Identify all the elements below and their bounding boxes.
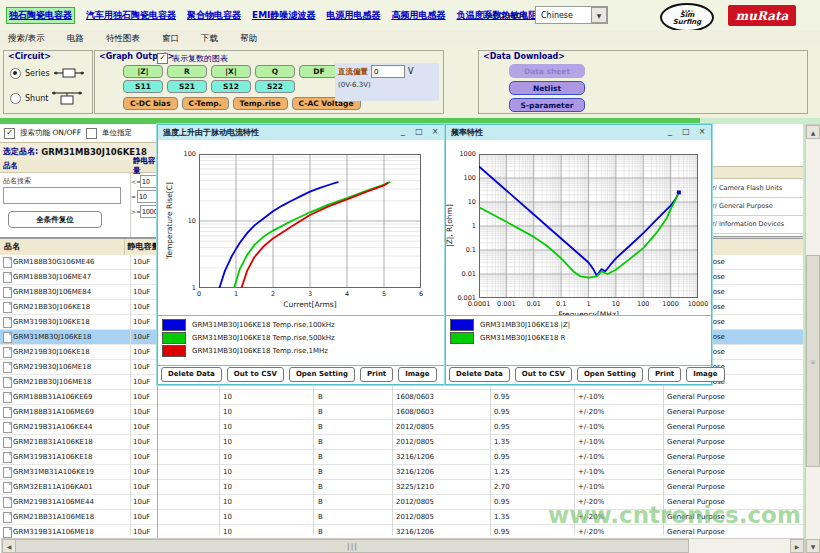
part-list-row-14[interactable]: GRM31MB31A106KE1910uF — [0, 465, 157, 480]
menu-item-1[interactable]: 电路 — [67, 33, 84, 45]
close-icon[interactable]: × — [429, 126, 441, 138]
series-radio[interactable] — [10, 68, 21, 79]
circuit-option-shunt[interactable]: Shunt — [10, 89, 82, 107]
param-button-1[interactable]: R — [167, 65, 207, 78]
out-to-csv-button[interactable]: Out to CSV — [515, 367, 572, 382]
vertical-scroll-thumb[interactable]: ≡ — [806, 255, 820, 467]
image-button[interactable]: Image — [686, 367, 724, 382]
part-number: GRM188B30G106ME46 — [13, 255, 95, 269]
param-button-0[interactable]: |Z| — [123, 65, 163, 78]
char-button-1[interactable]: C-Temp. — [182, 97, 229, 110]
part-list-row-2[interactable]: GRM188B30J106ME8410uF — [0, 285, 157, 300]
sparam-button-1[interactable]: S21 — [167, 80, 207, 93]
legend-swatch — [450, 319, 474, 331]
open-setting-button[interactable]: Open Setting — [577, 367, 643, 382]
part-number: GRM188B31A106KE69 — [13, 390, 92, 404]
part-list-row-6[interactable]: GRM219B30J106KE1810uF — [0, 345, 157, 360]
part-list-row-5[interactable]: GRM31MB30J106KE1810uF — [0, 330, 157, 345]
cell-application: General Purpose — [667, 480, 725, 494]
param-button-2[interactable]: |X| — [211, 65, 251, 78]
part-list-row-11[interactable]: GRM219B31A106KE4410uF — [0, 420, 157, 435]
part-list-row-8[interactable]: GRM21BB30J106ME1810uF — [0, 375, 157, 390]
scroll-up-button[interactable]: ▲ — [806, 125, 820, 139]
nav-item-3[interactable]: EMI静噪滤波器 — [252, 9, 315, 22]
sparam-button-2[interactable]: S12 — [211, 80, 251, 93]
maximize-icon[interactable]: □ — [413, 126, 425, 138]
scroll-left-button[interactable]: ◀ — [2, 539, 16, 553]
part-list-row-15[interactable]: GRM32EB11A106KA0110uF — [0, 480, 157, 495]
maximize-icon[interactable]: □ — [680, 126, 692, 138]
cap-condition-1: = — [131, 190, 157, 203]
part-list-row-0[interactable]: GRM188B30G106ME4610uF — [0, 255, 157, 270]
part-list-row-9[interactable]: GRM188B31A106KE6910uF — [0, 390, 157, 405]
cap-op-1: = — [131, 193, 136, 200]
sparam-button-0[interactable]: S11 — [123, 80, 163, 93]
param-button-4[interactable]: DF — [299, 65, 339, 78]
scroll-right-button[interactable]: ▶ — [790, 539, 804, 553]
cell-size: 3216/1206 — [396, 465, 434, 479]
menu-item-2[interactable]: 特性图表 — [106, 33, 140, 45]
language-label: Language — [483, 10, 527, 20]
part-number: GRM319B31A106ME18 — [13, 525, 94, 539]
param-button-3[interactable]: Q — [255, 65, 295, 78]
show-multiple-graphs-option[interactable]: ✓ 表示复数的图表 — [157, 53, 228, 64]
s-parameter-button[interactable]: S-parameter — [509, 98, 585, 112]
minimize-icon[interactable]: _ — [397, 126, 409, 138]
delete-data-button[interactable]: Delete Data — [161, 367, 222, 382]
part-list-row-13[interactable]: GRM319B31A106KE1810uF — [0, 450, 157, 465]
minimize-icon[interactable]: _ — [664, 126, 676, 138]
search-onoff-checkbox[interactable]: ✓ — [4, 128, 15, 139]
part-capacitance: 10uF — [133, 360, 150, 374]
frequency-window-titlebar[interactable]: 频率特性 _ □ × — [446, 125, 711, 141]
circuit-option-series[interactable]: Series — [10, 66, 84, 80]
nav-item-0[interactable]: 独石陶瓷电容器 — [6, 7, 75, 24]
part-list-row-4[interactable]: GRM319B30J106KE1810uF — [0, 315, 157, 330]
print-button[interactable]: Print — [648, 367, 681, 382]
horizontal-scroll-thumb[interactable]: ┃┃┃ — [15, 539, 689, 553]
cell-temp_char: B — [318, 525, 323, 539]
control-panel: <Circuit> Series Shunt — [0, 47, 820, 119]
nav-item-1[interactable]: 汽车用独石陶瓷电容器 — [86, 9, 176, 22]
menu-item-3[interactable]: 窗口 — [162, 33, 179, 45]
close-icon[interactable]: × — [696, 126, 708, 138]
part-list-row-7[interactable]: GRM219B30J106ME1810uF — [0, 360, 157, 375]
nav-item-5[interactable]: 高频用电感器 — [391, 9, 445, 22]
cell-size: 2012/0805 — [396, 495, 434, 509]
shunt-radio[interactable] — [10, 93, 21, 104]
chevron-down-icon[interactable]: ▼ — [591, 7, 607, 23]
unit-spec-checkbox[interactable] — [86, 128, 97, 139]
murata-logo: muRata — [728, 5, 796, 26]
menu-item-5[interactable]: 帮助 — [240, 33, 257, 45]
char-button-0[interactable]: C-DC bias — [123, 97, 178, 110]
part-list-row-1[interactable]: GRM188B30J106ME4710uF — [0, 270, 157, 285]
language-dropdown[interactable]: Chinese ▼ — [535, 6, 608, 24]
image-button[interactable]: Image — [398, 367, 436, 382]
char-button-2[interactable]: Temp.rise — [233, 97, 288, 110]
horizontal-scrollbar[interactable]: ◀ ┃┃┃ ▶ — [1, 538, 805, 553]
show-multiple-graphs-checkbox[interactable]: ✓ — [157, 53, 168, 64]
vertical-scrollbar[interactable]: ▲ ≡ ▼ — [805, 124, 820, 553]
open-setting-button[interactable]: Open Setting — [289, 367, 355, 382]
part-list-row-12[interactable]: GRM21BB31A106KE1810uF — [0, 435, 157, 450]
dc-bias-input[interactable] — [371, 65, 405, 78]
scroll-down-button[interactable]: ▼ — [806, 539, 820, 553]
sparam-button-3[interactable]: S22 — [255, 80, 295, 93]
delete-data-button[interactable]: Delete Data — [449, 367, 510, 382]
part-list-row-16[interactable]: GRM219B31A106ME4410uF — [0, 495, 157, 510]
nav-item-4[interactable]: 电源用电感器 — [326, 9, 380, 22]
menu-item-4[interactable]: 下载 — [201, 33, 218, 45]
reset-conditions-button[interactable]: 全条件复位 — [8, 211, 102, 228]
menu-item-0[interactable]: 搜索/表示 — [8, 33, 45, 45]
netlist-button[interactable]: Netlist — [509, 81, 585, 95]
cell-application: General Purpose — [667, 525, 725, 539]
part-name-search-input[interactable] — [3, 187, 121, 204]
temp-rise-window-titlebar[interactable]: 温度上升由于脉动电流特性 _ □ × — [158, 125, 444, 141]
part-column-header: 品名 — [0, 239, 125, 255]
out-to-csv-button[interactable]: Out to CSV — [227, 367, 284, 382]
part-list-row-17[interactable]: GRM21BB31A106ME1810uF — [0, 510, 157, 525]
print-button[interactable]: Print — [360, 367, 393, 382]
part-list-row-3[interactable]: GRM21BB30J106KE1810uF — [0, 300, 157, 315]
nav-item-2[interactable]: 聚合物电容器 — [187, 9, 241, 22]
part-list-row-10[interactable]: GRM188B31A106ME6910uF — [0, 405, 157, 420]
y-axis-label: |Z|, R[ohm] — [445, 156, 454, 296]
